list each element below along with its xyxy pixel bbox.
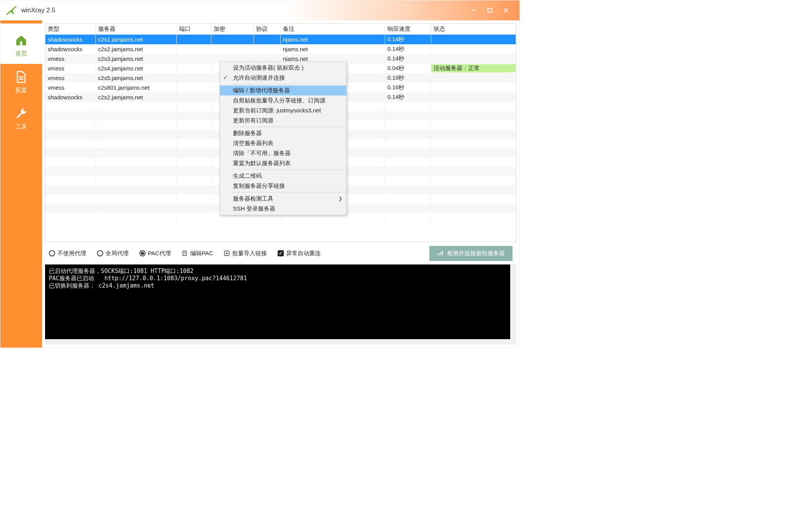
col-port[interactable]: 端口 — [176, 24, 211, 35]
menu-item[interactable]: 更新当前订阅源: justmysocks3.net — [220, 105, 346, 115]
table-cell-status — [431, 92, 516, 102]
menu-item-label: 自剪贴板批量导入分享链接、订阅源 — [233, 97, 325, 104]
table-cell: njams.net — [280, 44, 385, 54]
radio-label: 不使用代理 — [57, 250, 86, 257]
col-status[interactable]: 状态 — [431, 24, 516, 35]
svg-rect-13 — [439, 253, 440, 255]
table-cell-status — [431, 44, 516, 54]
menu-item[interactable]: ✓允许自动测速并连接 — [220, 73, 346, 83]
menu-item-label: SSH 登录服务器 — [233, 205, 275, 212]
col-speed[interactable]: 响应速度 — [385, 24, 431, 35]
table-cell: c2s2.jamjams.net — [95, 44, 176, 54]
menu-item[interactable]: 清空服务器列表 — [220, 138, 346, 148]
table-row[interactable]: shadowsocksc2s1.jamjams.netnjams.net0.14… — [45, 35, 516, 45]
menu-item-label: 设为活动服务器( 鼠标双击 ) — [233, 64, 303, 72]
console-text: 已启动代理服务器，SOCKS端口:1081 HTTP端口:1082 PAC服务器… — [49, 268, 513, 289]
table-cell: c2s3.jamjams.net — [95, 54, 176, 64]
detect-fastest-button[interactable]: 检测并连接最快服务器 — [429, 246, 513, 261]
radio-icon — [49, 250, 55, 256]
menu-item[interactable]: 复制服务器分享链接 — [220, 181, 346, 191]
status-badge: 活动服务器：正常 — [431, 64, 516, 72]
col-type[interactable]: 类型 — [45, 24, 95, 35]
radio-proxy-global[interactable]: 全局代理 — [97, 250, 129, 257]
link-label: 批量导入链接 — [232, 250, 267, 257]
app-title: winXray 2.5 — [21, 7, 55, 14]
menu-item[interactable]: 重置为默认服务器列表 — [220, 158, 346, 168]
minimize-button[interactable] — [466, 4, 482, 17]
svg-rect-6 — [183, 251, 186, 256]
table-row[interactable]: shadowsocksc2s2.jamjams.netnjams.net0.14… — [45, 44, 516, 54]
table-cell: vmess — [45, 64, 95, 73]
col-protocol[interactable]: 协议 — [253, 24, 280, 35]
checkbox-auto-reconnect[interactable]: 异常自动重连 — [278, 250, 321, 257]
menu-item[interactable]: 编辑 / 新增代理服务器 — [220, 85, 346, 95]
menu-item[interactable]: 更新所有订阅源 — [220, 115, 346, 125]
radio-icon — [139, 250, 146, 256]
titlebar: winXray 2.5 — [0, 0, 519, 20]
scrollbar-vertical[interactable] — [510, 264, 516, 339]
table-cell: vmess — [45, 83, 95, 92]
col-remark[interactable]: 备注 — [280, 24, 385, 35]
table-cell-status — [431, 35, 516, 45]
menu-separator — [232, 169, 345, 170]
sidebar-item-config[interactable]: 配置 — [0, 64, 42, 100]
menu-item[interactable]: 生成二维码 — [220, 171, 346, 181]
table-cell: 0.19秒 — [385, 73, 431, 83]
menu-item[interactable]: 自剪贴板批量导入分享链接、订阅源 — [220, 95, 346, 105]
menu-item-label: 复制服务器分享链接 — [233, 182, 285, 190]
menu-item[interactable]: 删除服务器 — [220, 128, 346, 138]
table-cell — [211, 35, 253, 45]
check-icon: ✓ — [223, 74, 228, 80]
table-cell: c2s4.jamjams.net — [95, 64, 176, 73]
table-cell — [176, 73, 211, 83]
link-label: 编辑PAC — [190, 250, 213, 257]
menu-item[interactable]: 清除「不可用」服务器 — [220, 148, 346, 158]
log-console[interactable]: 已启动代理服务器，SOCKS端口:1081 HTTP端口:1082 PAC服务器… — [45, 264, 516, 345]
table-cell: c2s801.jamjams.net — [95, 83, 176, 92]
table-cell: shadowsocks — [45, 35, 95, 45]
table-cell — [176, 92, 211, 102]
svg-rect-1 — [488, 8, 492, 12]
table-cell — [176, 44, 211, 54]
context-menu: 设为活动服务器( 鼠标双击 )✓允许自动测速并连接编辑 / 新增代理服务器自剪贴… — [219, 61, 347, 215]
import-links-button[interactable]: 批量导入链接 — [224, 250, 267, 257]
radio-proxy-none[interactable]: 不使用代理 — [49, 250, 86, 257]
sidebar-item-label: 工具 — [15, 123, 27, 130]
menu-item-label: 更新当前订阅源: justmysocks3.net — [233, 107, 321, 114]
menu-item[interactable]: SSH 登录服务器 — [220, 204, 346, 214]
col-encrypt[interactable]: 加密 — [211, 24, 253, 35]
table-cell — [211, 44, 253, 54]
svg-rect-12 — [437, 254, 438, 255]
svg-rect-15 — [442, 251, 443, 255]
svg-rect-14 — [441, 252, 441, 255]
radio-label: PAC代理 — [148, 250, 171, 257]
table-cell: c2s2.jamjams.net — [95, 92, 176, 102]
table-cell: c2s1.jamjams.net — [95, 35, 176, 45]
close-button[interactable] — [498, 4, 514, 17]
document-icon — [182, 250, 188, 256]
sidebar-item-label: 配置 — [15, 87, 27, 94]
edit-pac-button[interactable]: 编辑PAC — [182, 250, 213, 257]
maximize-button[interactable] — [482, 4, 498, 17]
file-icon — [15, 70, 28, 84]
table-cell: shadowsocks — [45, 92, 95, 102]
sidebar-item-home[interactable]: 首页 — [0, 27, 42, 64]
menu-separator — [232, 192, 345, 192]
menu-item[interactable]: 服务器检测工具❯ — [220, 194, 346, 204]
col-server[interactable]: 服务器 — [95, 24, 176, 35]
radio-label: 全局代理 — [106, 250, 129, 257]
plus-box-icon — [224, 250, 230, 256]
table-cell: 0.16秒 — [385, 83, 431, 92]
table-cell — [253, 35, 280, 45]
table-cell: c2s5.jamjams.net — [95, 73, 176, 83]
app-logo-icon — [6, 5, 17, 16]
menu-item-label: 更新所有订阅源 — [233, 117, 273, 124]
sidebar-item-tools[interactable]: 工具 — [0, 100, 42, 137]
table-cell — [176, 54, 211, 64]
menu-item[interactable]: 设为活动服务器( 鼠标双击 ) — [220, 63, 346, 73]
radio-proxy-pac[interactable]: PAC代理 — [139, 250, 171, 257]
scrollbar-horizontal[interactable] — [45, 339, 516, 345]
home-icon — [15, 34, 28, 47]
radio-icon — [97, 250, 103, 256]
main-panel: 类型 服务器 端口 加密 协议 备注 响应速度 状态 shadowsocksc2… — [42, 20, 519, 348]
